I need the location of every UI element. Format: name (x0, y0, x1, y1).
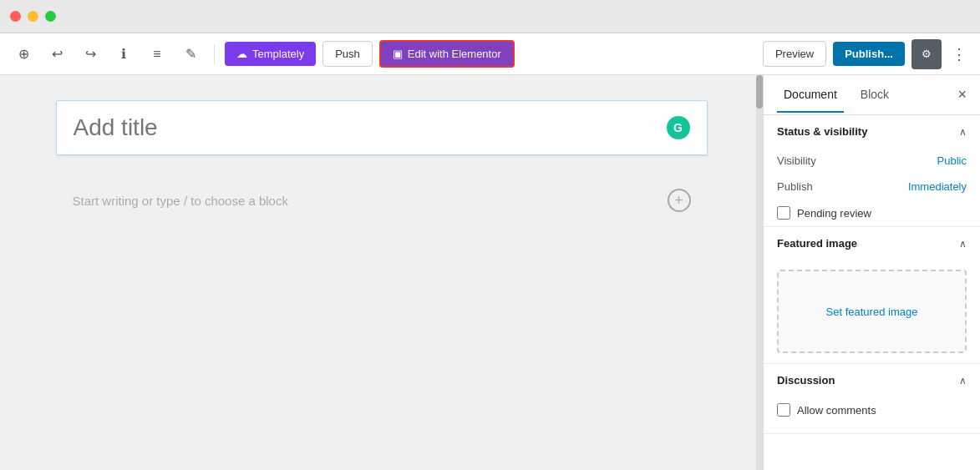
titlebar (0, 0, 980, 33)
set-featured-image-button[interactable]: Set featured image (777, 270, 967, 353)
templately-button[interactable]: ☁ Templately (225, 42, 316, 66)
editor-body: Start writing or type / to choose a bloc… (56, 164, 708, 229)
add-block-inline-button[interactable]: + (668, 189, 691, 212)
status-visibility-section: Status & visibility ∧ Visibility Public … (764, 115, 980, 227)
list-icon: ≡ (153, 47, 160, 62)
scroll-thumb[interactable] (756, 75, 763, 109)
title-area: G (56, 100, 708, 155)
chevron-up-icon: ∧ (959, 126, 967, 138)
toolbar-right: Preview Publish... ⚙ ⋮ (763, 39, 970, 69)
undo-icon: ↩ (52, 46, 63, 62)
app: ⊕ ↩ ↪ ℹ ≡ ✎ ☁ Templately Push ▣ Edit wit… (0, 33, 980, 470)
push-button[interactable]: Push (322, 41, 373, 67)
grammarly-icon: G (667, 116, 690, 139)
list-view-button[interactable]: ≡ (144, 41, 170, 68)
editor-placeholder-row: Start writing or type / to choose a bloc… (56, 172, 708, 229)
pencil-icon: ✎ (185, 46, 196, 62)
featured-image-header[interactable]: Featured image ∧ (764, 227, 980, 260)
add-inline-icon: + (674, 192, 683, 210)
chevron-up-icon-3: ∧ (959, 375, 967, 387)
fullscreen-button[interactable] (45, 11, 56, 22)
publish-row: Publish Immediately (764, 174, 980, 200)
gear-icon: ⚙ (922, 48, 932, 60)
status-visibility-header[interactable]: Status & visibility ∧ (764, 115, 980, 148)
publish-button[interactable]: Publish... (833, 42, 905, 66)
settings-button[interactable]: ⚙ (911, 39, 942, 69)
pending-review-label: Pending review (797, 207, 871, 220)
editor-card: G (56, 100, 708, 155)
discussion-title: Discussion (777, 374, 835, 387)
toolbar: ⊕ ↩ ↪ ℹ ≡ ✎ ☁ Templately Push ▣ Edit wit… (0, 33, 980, 75)
sidebar-header: Document Block × (764, 75, 980, 115)
redo-button[interactable]: ↪ (77, 41, 104, 68)
redo-icon: ↪ (85, 46, 96, 62)
pending-review-row: Pending review (764, 200, 980, 226)
tab-document[interactable]: Document (777, 78, 844, 113)
add-icon: ⊕ (18, 46, 29, 62)
publish-value[interactable]: Immediately (908, 180, 967, 193)
editor-area: G Start writing or type / to choose a bl… (0, 75, 763, 470)
allow-comments-checkbox[interactable] (777, 403, 790, 417)
discussion-section: Discussion ∧ Allow comments (764, 364, 980, 434)
editor-placeholder-text: Start writing or type / to choose a bloc… (73, 194, 288, 208)
tools-button[interactable]: ✎ (177, 41, 204, 68)
scrollbar[interactable] (756, 75, 763, 470)
more-options-button[interactable]: ⋮ (948, 42, 970, 67)
more-icon: ⋮ (952, 46, 967, 63)
minimize-button[interactable] (28, 11, 38, 22)
toolbar-divider (214, 44, 215, 64)
elementor-icon: ▣ (393, 48, 403, 60)
visibility-row: Visibility Public (764, 148, 980, 174)
featured-image-section: Featured image ∧ Set featured image (764, 227, 980, 364)
edit-with-elementor-button[interactable]: ▣ Edit with Elementor (379, 40, 515, 68)
publish-label: Publish (777, 180, 813, 193)
add-block-toolbar-button[interactable]: ⊕ (10, 41, 37, 68)
info-icon: ℹ (121, 46, 126, 62)
pending-review-checkbox[interactable] (777, 206, 790, 220)
status-visibility-title: Status & visibility (777, 125, 867, 138)
templately-icon: ☁ (236, 48, 247, 60)
chevron-up-icon-2: ∧ (959, 238, 967, 250)
undo-button[interactable]: ↩ (43, 41, 70, 68)
visibility-value[interactable]: Public (937, 154, 967, 167)
close-button[interactable] (10, 11, 21, 22)
sidebar: Document Block × Status & visibility ∧ V… (763, 75, 980, 470)
sidebar-close-button[interactable]: × (957, 86, 967, 104)
tab-block[interactable]: Block (854, 78, 896, 113)
post-title-input[interactable] (74, 114, 667, 141)
visibility-label: Visibility (777, 154, 816, 167)
allow-comments-row: Allow comments (764, 397, 980, 423)
featured-image-title: Featured image (777, 237, 857, 250)
allow-comments-label: Allow comments (797, 404, 876, 417)
discussion-header[interactable]: Discussion ∧ (764, 364, 980, 397)
content-area: G Start writing or type / to choose a bl… (0, 75, 980, 470)
set-featured-image-label: Set featured image (826, 306, 918, 318)
preview-button[interactable]: Preview (763, 41, 826, 67)
info-button[interactable]: ℹ (110, 41, 137, 68)
